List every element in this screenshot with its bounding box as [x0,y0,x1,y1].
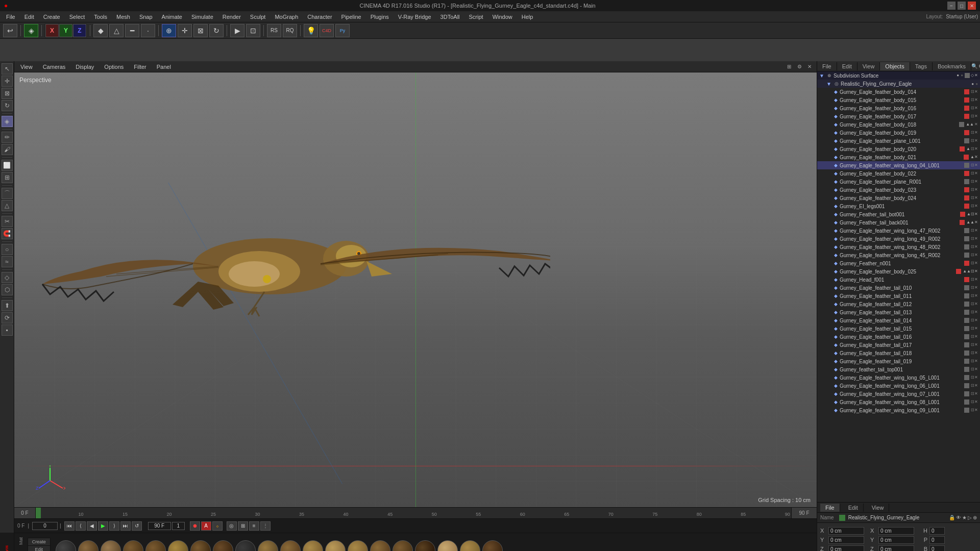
attr-tab-file[interactable]: File [820,504,840,512]
material-item[interactable]: Eagle [123,540,143,552]
record-button[interactable]: ⏺ [190,521,200,531]
material-item[interactable]: Eagle [168,540,188,552]
vp-menu-panel[interactable]: Panel [154,63,174,71]
key-last-button[interactable]: ⏭ [120,521,131,531]
fill-tool[interactable]: ▪ [2,324,13,336]
y-axis-button[interactable]: Y [59,24,72,37]
mat-edit-btn[interactable]: Edit [28,546,50,551]
python-btn[interactable]: Py [335,24,350,37]
magnet-tool[interactable]: 🧲 [2,228,13,239]
motion-record-btn[interactable]: ◎ [227,521,237,531]
timeline-marks[interactable]: 5 10 15 20 25 30 35 40 45 50 55 60 65 70… [36,508,791,518]
vp-settings-icon[interactable]: ⚙ [795,63,803,71]
menu-tools[interactable]: Tools [90,13,111,21]
deform-tool[interactable]: ◇ [2,272,13,283]
vp-maximize-icon[interactable]: ⊞ [785,63,793,71]
move-btn[interactable]: ✛ [178,24,192,37]
obj-row-subdivision[interactable]: ▼ ⊕ Subdivision Surface ● ● ◇ ✕ [817,71,980,80]
keyframe-button[interactable]: ⬦ [212,521,223,531]
loop-button[interactable]: ↺ [132,521,142,531]
obj-row-wing48[interactable]: ◆ Gurney_Eagle_feather_wing_long_48_R002… [817,243,980,251]
menu-animate[interactable]: Animate [158,13,186,21]
prev-key-button[interactable]: ⟨ [76,521,86,531]
render-all-btn[interactable]: ⊡ [246,24,260,37]
grid-tool[interactable]: ⊞ [2,172,13,183]
obj-row-tail017[interactable]: ◆ Gurney_Eagle_feather_tail_017 ⊡✕ [817,341,980,349]
obj-row-wing47[interactable]: ◆ Gurney_Eagle_feather_wing_long_47_R002… [817,227,980,235]
material-item[interactable]: Eagle [235,540,256,552]
obj-row-8[interactable]: ◆ Gurney_Eagle_feather_body_021 ▲✕ [817,153,980,161]
viewport[interactable]: Perspective [14,72,817,507]
bevel-tool[interactable]: ⬡ [2,284,13,295]
obj-row-wing05[interactable]: ◆ Gurney_Eagle_feather_wing_long_05_L001… [817,373,980,382]
material-item[interactable]: Eagle [190,540,211,552]
edge-btn[interactable]: ━ [125,24,139,37]
polygon-btn[interactable]: △ [109,24,124,37]
material-item[interactable]: Gurn [437,540,458,552]
vp-menu-view[interactable]: View [17,63,36,71]
minimize-button[interactable]: − [947,2,955,10]
x-size-input[interactable] [878,527,914,535]
select-tool[interactable]: ↖ [2,63,13,74]
material-item[interactable]: Eagle [101,540,121,552]
pen-tool[interactable]: ✏ [2,132,13,143]
menu-simulate[interactable]: Simulate [187,13,217,21]
floor-tool[interactable]: ⬜ [2,160,13,171]
paint-tool[interactable]: 🖌 [2,144,13,155]
x-axis-button[interactable]: X [45,24,59,37]
object-list[interactable]: ▼ ⊕ Subdivision Surface ● ● ◇ ✕ ▼ ◎ Real… [817,71,980,502]
play-forward-button[interactable]: ▶ [98,521,108,531]
material-item[interactable]: Featt [280,540,301,552]
h-input[interactable] [929,527,945,535]
play-back-button[interactable]: ◀ [87,521,97,531]
z-size-input[interactable] [878,545,914,552]
timeline-settings-btn[interactable]: ≡ [249,521,259,531]
obj-row-wing09[interactable]: ◆ Gurney_Eagle_feather_wing_long_09_L001… [817,406,980,414]
menu-help[interactable]: Help [518,13,537,21]
menu-window[interactable]: Window [488,13,517,21]
obj-row-wing08[interactable]: ◆ Gurney_Eagle_feather_wing_long_08_L001… [817,398,980,406]
y-position-input[interactable] [828,536,864,544]
b-input[interactable] [929,545,945,552]
active-tool[interactable]: ◈ [2,116,13,127]
menu-vray[interactable]: V-Ray Bridge [394,13,435,21]
obj-row-wing07[interactable]: ◆ Gurney_Eagle_feather_wing_long_07_L001… [817,390,980,398]
obj-tab-tags[interactable]: Tags [910,62,933,70]
menu-render[interactable]: Render [218,13,245,21]
menu-select[interactable]: Select [65,13,89,21]
obj-tab-edit[interactable]: Edit [837,62,857,70]
select-btn[interactable]: ⊕ [162,24,176,37]
z-axis-button[interactable]: Z [73,24,86,37]
obj-row-tail-top[interactable]: ◆ Gurney_feather_tail_top001 ⊡✕ [817,365,980,373]
obj-tab-objects[interactable]: Objects [880,62,910,70]
undo-button[interactable]: ↩ [3,24,17,37]
obj-row-tail013[interactable]: ◆ Gurney_Eagle_feather_tail_013 ⊡✕ [817,308,980,316]
obj-row-1[interactable]: ◆ Gurney_Eagle_feather_body_015 ⊡✕ [817,96,980,104]
c4d-logo-btn[interactable]: C4D [320,24,334,37]
next-key-button[interactable]: ⟩ [109,521,119,531]
timeline-zoom-btn[interactable]: ⊞ [238,521,248,531]
obj-row-wing49[interactable]: ◆ Gurney_Eagle_feather_wing_long_49_R002… [817,235,980,243]
menu-create[interactable]: Create [39,13,64,21]
obj-tab-view[interactable]: View [857,62,880,70]
vp-menu-display[interactable]: Display [72,63,97,71]
obj-tab-file[interactable]: File [817,62,837,70]
render-settings-btn[interactable]: RS [267,24,281,37]
material-item[interactable]: F_1 [415,540,435,552]
material-item[interactable]: F_1 [370,540,390,552]
obj-row-wing04[interactable]: ◆ Gurney_Eagle_feather_wing_long_04_L001… [817,161,980,169]
obj-row-tail014[interactable]: ◆ Gurney_Eagle_feather_tail_014 ⊡✕ [817,316,980,324]
obj-row-9[interactable]: ◆ Gurney_Eagle_feather_body_022 ⊡✕ [817,169,980,178]
material-item[interactable]: Eagle [258,540,278,552]
fps-input[interactable] [148,522,171,530]
polygon-tool[interactable]: △ [2,200,13,211]
obj-row-5[interactable]: ◆ Gurney_Eagle_feather_body_019 ⊡✕ [817,129,980,137]
x-position-input[interactable] [828,527,864,535]
obj-row-body025[interactable]: ◆ Gurney_Eagle_feather_body_025 ▲▲⊡✕ [817,267,980,276]
model-mode-button[interactable]: ◈ [24,24,38,37]
obj-row-6[interactable]: ◆ Gurney_Eagle_feather_plane_L001 ⊡✕ [817,137,980,145]
obj-row-n001[interactable]: ◆ Gurney_Feather_n001 ⊡✕ [817,259,980,267]
spline-tool[interactable]: ⌒ [2,188,13,199]
frame-input[interactable] [32,522,58,530]
extrude-tool[interactable]: ⬆ [2,300,13,311]
